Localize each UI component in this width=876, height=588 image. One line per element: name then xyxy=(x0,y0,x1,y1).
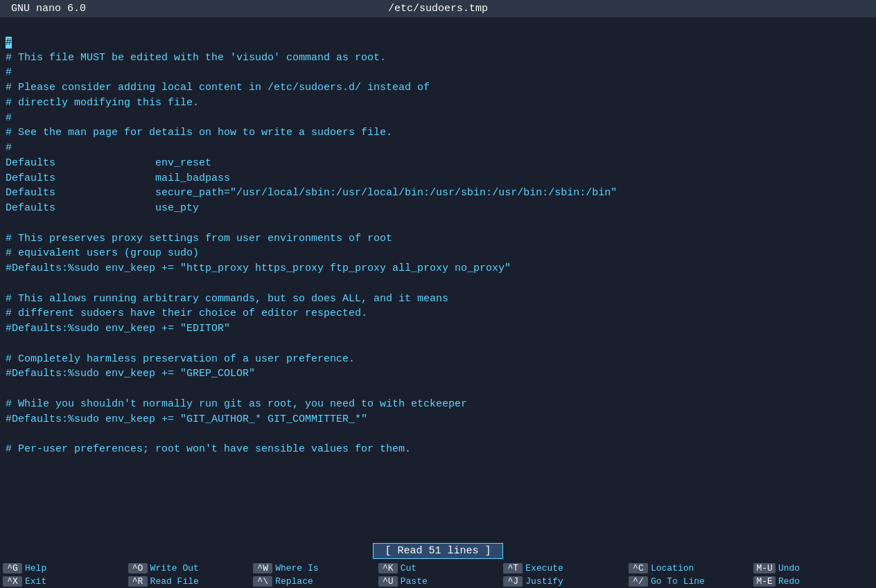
shortcut-item[interactable]: ^UPaste xyxy=(376,575,501,588)
editor-line: # This allows running arbitrary commands… xyxy=(6,292,870,307)
editor-line: #Defaults:%sudo env_keep += "GREP_COLOR" xyxy=(6,366,870,382)
editor-line: Defaults env_reset xyxy=(6,156,870,171)
editor-line xyxy=(6,427,870,442)
editor-line: Defaults use_pty xyxy=(6,201,870,216)
shortcut-label: Go To Line xyxy=(651,576,705,587)
shortcut-row-2: ^XExit^RRead File^\Replace^UPaste^JJusti… xyxy=(0,575,876,588)
editor-line: # This file MUST be edited with the 'vis… xyxy=(6,51,870,66)
shortcut-key: ^/ xyxy=(629,576,648,587)
app-name: GNU nano 6.0 xyxy=(11,3,86,15)
shortcut-label: Help xyxy=(25,563,46,573)
shortcut-item[interactable]: ^GHelp xyxy=(0,562,125,575)
shortcut-key: ^K xyxy=(378,563,398,573)
shortcut-key: M-U xyxy=(753,563,775,573)
editor-line xyxy=(6,382,870,397)
shortcut-label: Write Out xyxy=(150,563,199,573)
shortcut-row-1: ^GHelp^OWrite Out^WWhere Is^KCut^TExecut… xyxy=(0,562,876,575)
shortcut-key: ^J xyxy=(503,576,523,587)
shortcut-label: Undo xyxy=(778,563,800,573)
shortcut-key: ^U xyxy=(378,576,398,587)
shortcut-key: ^W xyxy=(253,563,272,573)
file-name: /etc/sudoers.tmp xyxy=(388,3,488,15)
shortcut-label: Paste xyxy=(401,576,428,587)
shortcut-key: ^T xyxy=(503,563,523,573)
editor-line: #Defaults:%sudo env_keep += "EDITOR" xyxy=(6,321,870,337)
status-message: [ Read 51 lines ] xyxy=(373,543,502,559)
shortcut-item[interactable]: M-UUndo xyxy=(751,562,876,575)
shortcut-item[interactable]: ^XExit xyxy=(0,575,125,588)
shortcut-key: ^G xyxy=(3,563,22,573)
shortcut-item[interactable]: ^CLocation xyxy=(626,562,751,575)
shortcut-label: Read File xyxy=(150,576,199,587)
status-bar: [ Read 51 lines ] xyxy=(0,540,876,562)
shortcut-item[interactable]: ^RRead File xyxy=(125,575,251,588)
shortcut-label: Where Is xyxy=(275,563,318,573)
editor-line: #Defaults:%sudo env_keep += "http_proxy … xyxy=(6,261,870,276)
editor-line: # This preserves proxy settings from use… xyxy=(6,231,870,247)
editor-line: # See the man page for details on how to… xyxy=(6,125,870,141)
shortcut-key: ^R xyxy=(128,576,148,587)
editor-line: # Per-user preferences; root won't have … xyxy=(6,442,870,457)
editor-line: Defaults mail_badpass xyxy=(6,171,870,186)
shortcut-key: ^X xyxy=(3,576,22,587)
shortcut-item[interactable]: ^KCut xyxy=(376,562,501,575)
editor-line: # Completely harmless preservation of a … xyxy=(6,352,870,367)
editor-line: # xyxy=(6,65,870,80)
bottom-bar: ^GHelp^OWrite Out^WWhere Is^KCut^TExecut… xyxy=(0,562,876,588)
editor-line: # xyxy=(6,111,870,126)
editor-line: # xyxy=(6,141,870,156)
shortcut-label: Redo xyxy=(778,576,800,587)
editor-line: #Defaults:%sudo env_keep += "GIT_AUTHOR_… xyxy=(6,412,870,427)
shortcut-item[interactable]: ^JJustify xyxy=(500,575,626,588)
title-bar: GNU nano 6.0 /etc/sudoers.tmp xyxy=(0,0,876,17)
shortcut-label: Replace xyxy=(275,576,313,587)
shortcut-key: ^C xyxy=(629,563,648,573)
editor-line: # equivalent users (group sudo) xyxy=(6,246,870,261)
shortcut-item[interactable]: ^/Go To Line xyxy=(626,575,751,588)
shortcut-item[interactable]: ^WWhere Is xyxy=(250,562,376,575)
editor-line: # xyxy=(6,35,870,51)
editor-line: # directly modifying this file. xyxy=(6,96,870,111)
shortcut-item[interactable]: ^TExecute xyxy=(500,562,626,575)
editor-line: Defaults secure_path="/usr/local/sbin:/u… xyxy=(6,186,870,201)
shortcut-item[interactable]: M-ERedo xyxy=(751,575,876,588)
shortcut-key: M-E xyxy=(753,576,775,587)
editor-line: # While you shouldn't normally run git a… xyxy=(6,397,870,412)
editor-line: # Please consider adding local content i… xyxy=(6,80,870,96)
shortcut-item[interactable]: ^\Replace xyxy=(250,575,376,588)
shortcut-label: Exit xyxy=(25,576,46,587)
editor-line xyxy=(6,337,870,352)
shortcut-label: Execute xyxy=(525,563,563,573)
shortcut-label: Justify xyxy=(525,576,563,587)
shortcut-key: ^\ xyxy=(253,576,272,587)
editor-area[interactable]: ## This file MUST be edited with the 'vi… xyxy=(0,17,876,540)
shortcut-item[interactable]: ^OWrite Out xyxy=(125,562,251,575)
editor-line xyxy=(6,276,870,292)
shortcut-key: ^O xyxy=(128,563,148,573)
editor-line xyxy=(6,216,870,231)
shortcut-label: Cut xyxy=(401,563,417,573)
editor-line: # different sudoers have their choice of… xyxy=(6,306,870,321)
shortcut-label: Location xyxy=(651,563,694,573)
